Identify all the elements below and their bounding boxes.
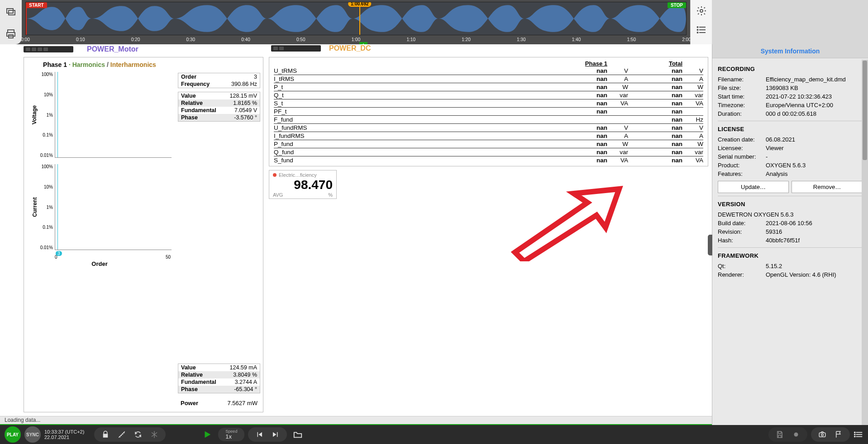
svg-rect-22	[819, 433, 825, 437]
timeline-start-marker: START	[26, 2, 47, 8]
camera-icon[interactable]	[818, 430, 826, 439]
table-row: Q_tnanvarnanvar	[274, 91, 703, 99]
svg-point-11	[697, 29, 698, 30]
gear-icon[interactable]	[696, 5, 707, 16]
panel-power-dc-table: Phase 1 Total U_tRMSnanVnanVI_tRMSnanAna…	[269, 57, 708, 166]
panel-power-motor: Phase 1 · Harmonics / Interharmonics Vol…	[24, 57, 263, 412]
sidebar-collapse-handle[interactable]	[708, 235, 712, 255]
reload-icon[interactable]	[134, 430, 142, 439]
timeline[interactable]: START STOP 1:00.692 0:000:100:200:300:40…	[22, 0, 690, 44]
table-row: U_fundRMSnanVnanV	[274, 124, 703, 132]
clock: 10:33:37 (UTC+2)22.07.2021	[44, 429, 84, 440]
panel-title-dc: POWER_DC	[329, 44, 371, 52]
efficiency-card: Electric…ficiency 98.470 AVG%	[269, 170, 337, 199]
menu-icon[interactable]	[854, 430, 863, 439]
skip-start-icon[interactable]	[255, 430, 263, 439]
status-bar: Loading data...	[0, 416, 712, 425]
panel-selector-dc[interactable]	[271, 45, 321, 52]
system-info-sidebar: System Information RECORDING Filename:Ef…	[712, 44, 868, 425]
speed-indicator[interactable]: Speed1x	[218, 428, 244, 441]
timeline-cursor[interactable]: 1:00.692	[359, 2, 360, 35]
sync-button[interactable]: SYNC	[24, 426, 41, 443]
record-icon[interactable]	[792, 430, 800, 439]
flag-icon[interactable]	[835, 430, 843, 439]
license-update-button[interactable]: Update…	[718, 181, 789, 193]
list-icon[interactable]	[696, 24, 707, 35]
windows-icon[interactable]	[5, 6, 16, 19]
chart-current-harmonics[interactable]: Current 100%10%1%0.1%0.01% 3	[26, 162, 173, 252]
player-bar: PLAY SYNC 10:33:37 (UTC+2)22.07.2021 Spe…	[0, 425, 868, 444]
timeline-stop-marker: STOP	[668, 2, 686, 8]
panel-title-motor: POWER_Motor	[87, 45, 138, 53]
svg-point-12	[697, 32, 698, 33]
table-row: P_tnanWnanW	[274, 83, 703, 91]
order-info-block: Order3 Frequency390.86 Hz	[178, 73, 260, 88]
voltage-info-block: Value128.15 mV Relative1.8165 % Fundamen…	[178, 92, 260, 122]
play-button[interactable]	[200, 427, 215, 442]
svg-point-23	[821, 434, 824, 436]
table-row: U_tRMSnanVnanV	[274, 67, 703, 75]
table-row: PF_tnannan	[274, 108, 703, 116]
svg-point-27	[854, 432, 855, 433]
table-row: I_tRMSnanAnanA	[274, 75, 703, 83]
snowflake-icon[interactable]	[150, 430, 158, 439]
current-info-block: Value124.59 mA Relative3.8049 % Fundamen…	[178, 364, 260, 393]
table-row: P_fundnanWnanW	[274, 140, 703, 148]
waveform	[26, 2, 686, 35]
table-row: S_tnanVAnanVA	[274, 99, 703, 108]
svg-point-21	[794, 433, 798, 437]
order-cursor-badge: 3	[56, 251, 62, 256]
panel-selector-motor[interactable]	[24, 46, 73, 52]
table-row: I_fundRMSnanAnanA	[274, 132, 703, 140]
print-icon[interactable]	[5, 28, 16, 41]
save-icon[interactable]	[776, 430, 784, 439]
skip-end-icon[interactable]	[272, 430, 280, 439]
sidebar-title: System Information	[712, 44, 868, 58]
play-mode-button[interactable]: PLAY	[5, 426, 21, 443]
table-row: S_fundnanVAnanVA	[274, 156, 703, 164]
ruler-icon[interactable]	[118, 430, 126, 439]
svg-point-29	[854, 436, 855, 437]
license-remove-button[interactable]: Remove…	[792, 181, 863, 193]
table-row: F_fundnanHz	[274, 116, 703, 124]
lock-icon[interactable]	[101, 430, 110, 439]
table-row: Q_fundnanvarnanvar	[274, 148, 703, 156]
open-folder-button[interactable]	[291, 427, 305, 442]
chart-voltage-harmonics[interactable]: Voltage 100%10%1%0.1%0.01%	[26, 70, 173, 160]
svg-point-10	[697, 27, 698, 28]
svg-point-6	[700, 9, 703, 12]
sidebar-scrollbar[interactable]	[862, 60, 868, 425]
svg-point-28	[854, 434, 855, 435]
